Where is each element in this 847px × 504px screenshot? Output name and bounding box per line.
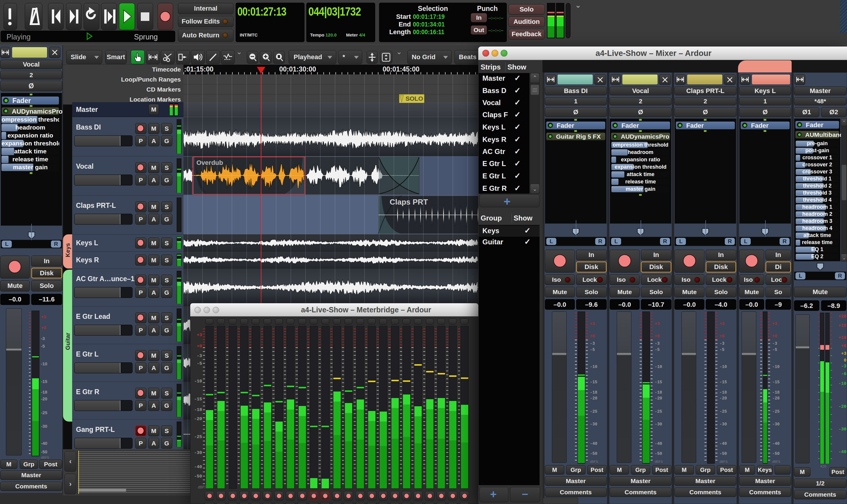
svg-text:Claps PRT: Claps PRT: [390, 198, 428, 206]
svg-text:Overdub: Overdub: [196, 159, 223, 166]
